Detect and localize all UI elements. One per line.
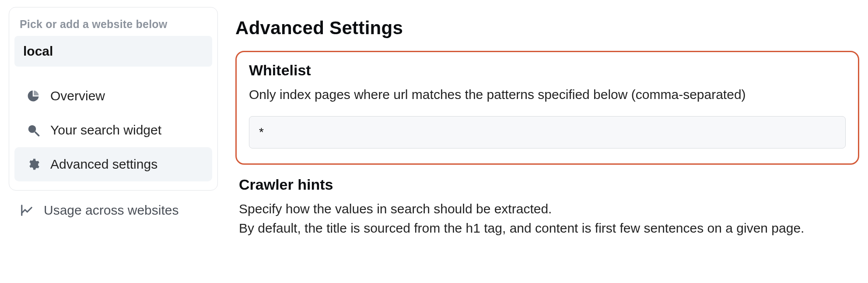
nav-item-label: Overview: [50, 88, 105, 103]
line-chart-icon: [19, 203, 34, 218]
whitelist-input[interactable]: [249, 116, 846, 149]
whitelist-heading: Whitelist: [249, 62, 846, 79]
whitelist-description: Only index pages where url matches the p…: [249, 86, 846, 104]
svg-line-1: [35, 132, 39, 136]
nav-item-advanced-settings[interactable]: Advanced settings: [14, 147, 212, 181]
svg-point-0: [28, 125, 36, 133]
link-usage-across-websites[interactable]: Usage across websites: [9, 191, 218, 218]
crawler-hints-heading: Crawler hints: [239, 176, 856, 193]
crawler-hints-section: Crawler hints Specify how the values in …: [235, 171, 859, 237]
nav-item-overview[interactable]: Overview: [14, 79, 212, 113]
nav-item-label: Advanced settings: [50, 157, 158, 172]
sidebar-column: Pick or add a website below local Overvi…: [9, 7, 218, 283]
gear-icon: [26, 157, 41, 172]
website-item-label: local: [23, 44, 53, 58]
sidebar-card: Pick or add a website below local Overvi…: [9, 7, 218, 191]
crawler-hints-description-1: Specify how the values in search should …: [239, 200, 856, 218]
app-root: Pick or add a website below local Overvi…: [0, 0, 868, 283]
whitelist-section: Whitelist Only index pages where url mat…: [235, 51, 859, 165]
main-content: Advanced Settings Whitelist Only index p…: [235, 7, 859, 283]
nav-item-search-widget[interactable]: Your search widget: [14, 113, 212, 147]
crawler-hints-description-2: By default, the title is sourced from th…: [239, 219, 856, 237]
pie-chart-icon: [26, 88, 41, 103]
page-title: Advanced Settings: [235, 18, 859, 39]
search-icon: [26, 123, 41, 138]
bottom-link-label: Usage across websites: [44, 203, 178, 218]
nav-item-label: Your search widget: [50, 123, 161, 138]
website-item-local[interactable]: local: [14, 36, 212, 67]
sidebar-hint: Pick or add a website below: [14, 18, 212, 36]
